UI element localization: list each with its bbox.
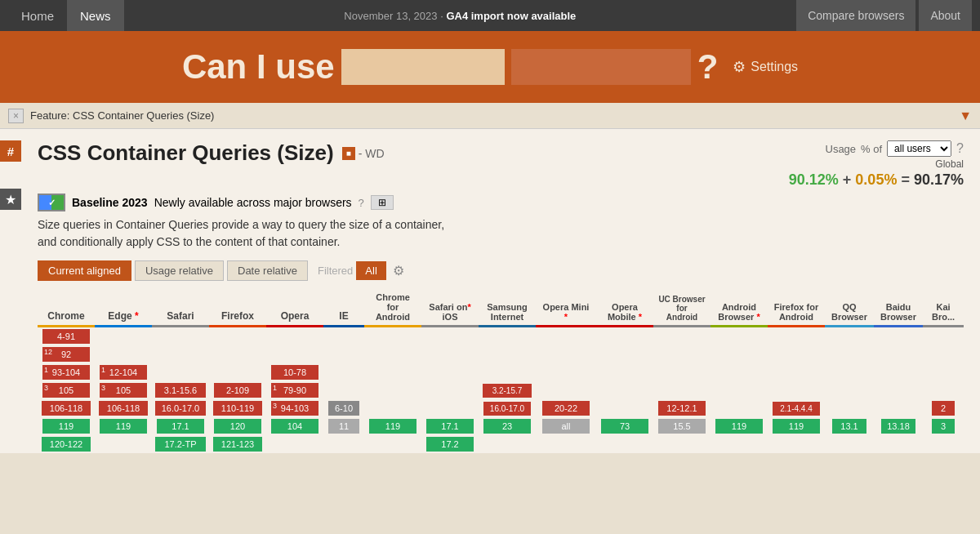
cell-firefox <box>209 327 266 346</box>
breadcrumb-tag: Feature: CSS Container Queries (Size) <box>30 109 214 122</box>
table-row: 120-122 17.2-TP 121-123 17.2 <box>38 435 964 453</box>
usage-question[interactable]: ? <box>956 141 964 156</box>
cell-opera[interactable]: 10-78 <box>266 363 323 381</box>
cell-ie[interactable]: 6-10 <box>323 399 364 417</box>
filter-date-relative[interactable]: Date relative <box>227 260 308 281</box>
cell-opera-mobile[interactable]: 12-12.1 <box>653 399 710 417</box>
cell-opera[interactable]: 179-90 <box>266 381 323 399</box>
col-baidu: BaiduBrowser <box>874 289 923 327</box>
col-ie: IE <box>323 289 364 327</box>
col-chrome: Chrome <box>38 289 95 327</box>
cell-android-browser[interactable]: 2.1-4.4.4 <box>768 399 825 417</box>
cell-edge[interactable]: 119 <box>95 417 152 435</box>
spec-icon: ■ <box>342 147 355 160</box>
cell-chrome[interactable]: 120-122 <box>38 435 95 453</box>
cell-ie <box>323 327 364 346</box>
settings-button[interactable]: ⚙ Settings <box>733 58 798 76</box>
cell-safari[interactable]: 17.1 <box>152 417 209 435</box>
cell-firefox[interactable]: 120 <box>209 417 266 435</box>
filter-current-aligned[interactable]: Current aligned <box>38 260 131 281</box>
nav-about[interactable]: About <box>919 0 972 31</box>
cell-opera-mobile2[interactable]: 73 <box>596 417 653 435</box>
cell-kai[interactable]: 2 <box>923 399 964 417</box>
cell-firefox[interactable]: 110-119 <box>209 399 266 417</box>
cell-firefox[interactable]: 2-109 <box>209 381 266 399</box>
col-firefox-android: Firefox forAndroid <box>768 289 825 327</box>
cell-safari-ios[interactable]: 17.1 <box>421 417 479 435</box>
cell-chrome[interactable]: 1292 <box>38 345 95 363</box>
filter-row: Current aligned Usage relative Date rela… <box>38 260 964 281</box>
search-input-2[interactable] <box>511 49 691 85</box>
cell-opera[interactable]: 394-103 <box>266 399 323 417</box>
baseline-help[interactable]: ? <box>359 197 364 209</box>
usage-region: Global <box>719 158 964 170</box>
table-row: 1292 <box>38 345 964 363</box>
col-safari-ios: Safari on*iOS <box>421 289 479 327</box>
cell-samsung2[interactable]: 16.0-17.0 <box>479 399 536 417</box>
usage-group-select[interactable]: all users my users <box>887 140 951 157</box>
nav-compare[interactable]: Compare browsers <box>796 0 915 31</box>
usage-numbers: 90.12% + 0.05% = 90.17% <box>719 171 964 189</box>
cell-qq[interactable]: 13.1 <box>825 417 874 435</box>
usage-panel: Usage % of all users my users ? Global 9… <box>719 140 964 189</box>
hero-title: Can I use <box>182 47 335 87</box>
col-android: AndroidBrowser * <box>710 289 768 327</box>
cell-edge <box>95 327 152 346</box>
browser-table: Chrome Edge * Safari Firefox Opera IE Ch… <box>38 289 964 453</box>
col-uc: UC BrowserforAndroid <box>653 289 710 327</box>
search-input-1[interactable] <box>341 49 505 85</box>
col-opera-mini: Opera Mini * <box>536 289 596 327</box>
cell-opera[interactable]: 104 <box>266 417 323 435</box>
cell-chrome[interactable]: 4-91 <box>38 327 95 346</box>
cell-baidu[interactable]: 13.18 <box>874 417 923 435</box>
filter-all[interactable]: All <box>356 261 385 280</box>
cell-chrome[interactable]: 3105 <box>38 381 95 399</box>
col-firefox: Firefox <box>209 289 266 327</box>
cell-kai2[interactable]: 3 <box>923 417 964 435</box>
table-row: 4-91 <box>38 327 964 346</box>
breadcrumb-close[interactable]: × <box>8 109 24 123</box>
hash-icon[interactable]: # <box>0 140 21 162</box>
cell-safari-ios2[interactable]: 17.2 <box>421 435 479 453</box>
left-sidebar: # ★ <box>0 140 21 210</box>
filtered-label: Filtered <box>318 265 353 277</box>
col-kai: KaiBro... <box>923 289 964 327</box>
cell-chrome-android[interactable]: 119 <box>364 417 421 435</box>
nav-news[interactable]: News <box>67 0 124 31</box>
cell-samsung4[interactable]: 23 <box>479 417 536 435</box>
cell-firefox-android[interactable]: 119 <box>768 417 825 435</box>
question-mark: ? <box>697 47 719 87</box>
cell-edge[interactable]: 106-118 <box>95 399 152 417</box>
cell-chrome[interactable]: 193-104 <box>38 363 95 381</box>
filter-usage-relative[interactable]: Usage relative <box>135 260 224 281</box>
feature-title: CSS Container Queries (Size) <box>38 140 334 166</box>
cell-samsung3[interactable]: 20-22 <box>536 399 596 417</box>
cell-samsung[interactable]: 3.2-15.7 <box>479 381 536 399</box>
baseline-info-button[interactable]: ⊞ <box>371 195 394 210</box>
cell-chrome[interactable]: 106-118 <box>38 399 95 417</box>
settings-gear-icon[interactable]: ⚙ <box>393 263 404 278</box>
cell-firefox[interactable]: 121-123 <box>209 435 266 453</box>
cell-ie[interactable]: 11 <box>323 417 364 435</box>
settings-label: Settings <box>751 60 798 74</box>
baseline-icon: ✓ <box>38 194 65 211</box>
cell-safari[interactable]: 3.1-15.6 <box>152 381 209 399</box>
cell-android2[interactable]: 119 <box>710 417 768 435</box>
cell-chrome[interactable]: 119 <box>38 417 95 435</box>
col-safari: Safari <box>152 289 209 327</box>
spec-label: - WD <box>359 147 385 160</box>
star-icon[interactable]: ★ <box>0 189 21 210</box>
usage-of: % of <box>861 143 882 155</box>
spec-badge: ■ - WD <box>342 147 385 160</box>
cell-edge[interactable]: 3105 <box>95 381 152 399</box>
cell-safari <box>152 327 209 346</box>
filter-icon[interactable]: ▼ <box>959 109 972 123</box>
cell-uc[interactable]: 15.5 <box>653 417 710 435</box>
cell-opera-mini[interactable]: all <box>536 417 596 435</box>
cell-safari[interactable]: 17.2-TP <box>152 435 209 453</box>
cell-safari[interactable]: 16.0-17.0 <box>152 399 209 417</box>
hero-section: Can I use ? ⚙ Settings <box>0 31 980 103</box>
nav-home[interactable]: Home <box>8 0 67 31</box>
table-row: 106-118 106-118 16.0-17.0 110-119 394-10… <box>38 399 964 417</box>
cell-edge[interactable]: 112-104 <box>95 363 152 381</box>
